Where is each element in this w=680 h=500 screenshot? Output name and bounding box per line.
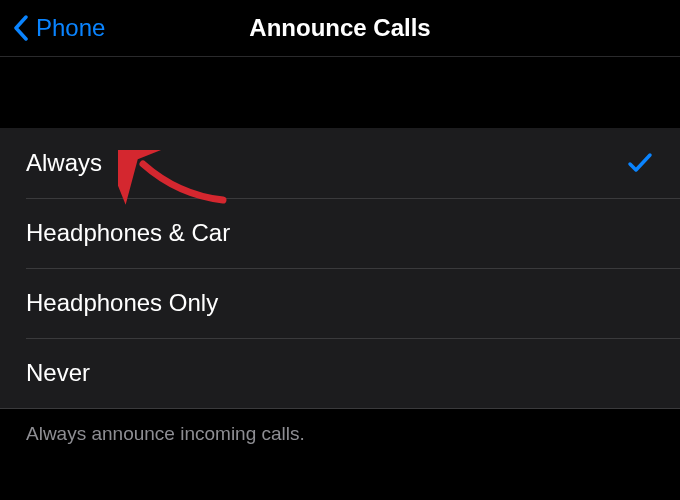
option-never[interactable]: Never — [0, 338, 680, 408]
checkmark-icon — [626, 149, 654, 177]
options-list: Always Headphones & Car Headphones Only … — [0, 128, 680, 408]
option-label: Always — [26, 149, 102, 177]
page-title: Announce Calls — [249, 14, 430, 42]
option-headphones-only[interactable]: Headphones Only — [0, 268, 680, 338]
section-spacer — [0, 56, 680, 128]
nav-bar: Phone Announce Calls — [0, 0, 680, 56]
option-label: Never — [26, 359, 90, 387]
option-headphones-car[interactable]: Headphones & Car — [0, 198, 680, 268]
chevron-left-icon — [12, 14, 30, 42]
footer-description: Always announce incoming calls. — [0, 408, 680, 459]
back-button[interactable]: Phone — [12, 14, 105, 42]
back-label: Phone — [36, 14, 105, 42]
option-label: Headphones & Car — [26, 219, 230, 247]
option-label: Headphones Only — [26, 289, 218, 317]
option-always[interactable]: Always — [0, 128, 680, 198]
